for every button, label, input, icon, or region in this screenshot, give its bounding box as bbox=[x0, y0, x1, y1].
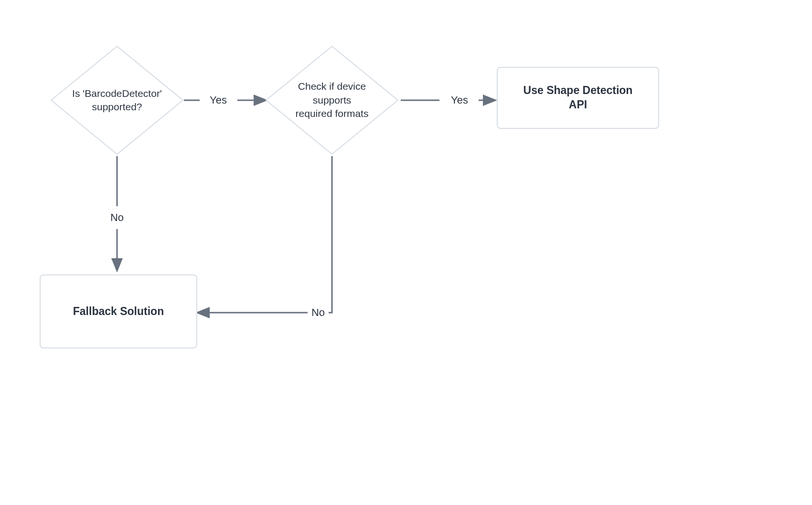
flowchart: Is 'BarcodeDetector' supported? Check if… bbox=[0, 0, 812, 505]
process-fallback-solution: Fallback Solution bbox=[40, 274, 197, 348]
edge-label-yes-2: Yes bbox=[447, 93, 472, 107]
decision-text-line1: Check if device supports bbox=[298, 81, 366, 105]
decision-text-line1: Is 'BarcodeDetector' bbox=[72, 88, 162, 99]
edge-label-yes-1: Yes bbox=[206, 93, 231, 107]
decision-text: Is 'BarcodeDetector' supported? bbox=[72, 87, 162, 114]
decision-text-line2: supported? bbox=[92, 101, 142, 112]
process-text: Fallback Solution bbox=[73, 305, 164, 319]
process-text-line2: API bbox=[569, 98, 587, 111]
decision-device-supports-formats: Check if device supports required format… bbox=[265, 45, 399, 155]
decision-barcode-supported: Is 'BarcodeDetector' supported? bbox=[50, 45, 184, 155]
process-use-shape-detection-api: Use Shape Detection API bbox=[497, 67, 659, 129]
decision-text-line2: required formats bbox=[296, 108, 369, 119]
decision-text: Check if device supports required format… bbox=[279, 80, 385, 120]
edge-label-no-1: No bbox=[107, 210, 128, 225]
edge-label-no-2: No bbox=[308, 305, 329, 320]
process-text-line1: Use Shape Detection bbox=[524, 84, 633, 96]
